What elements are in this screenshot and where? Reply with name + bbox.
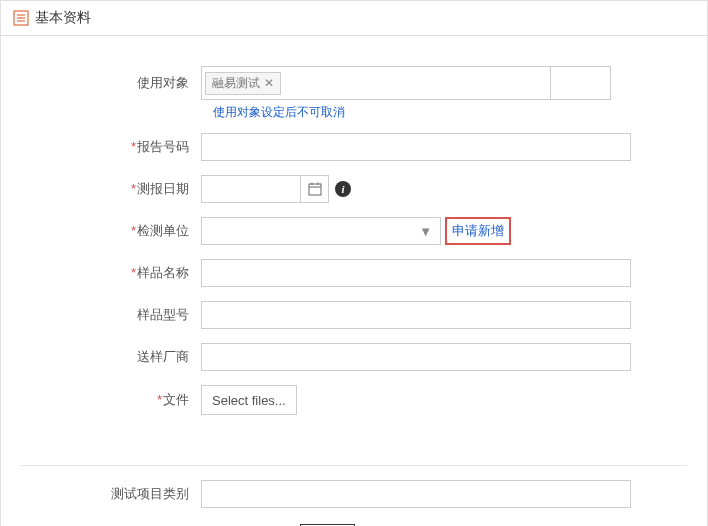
info-icon[interactable]: i [335, 181, 351, 197]
vendor-label: 送样厂商 [21, 348, 201, 366]
report-no-input[interactable] [201, 133, 631, 161]
divider [21, 465, 687, 466]
sample-model-input[interactable] [201, 301, 631, 329]
apply-new-highlight: 申请新增 [445, 217, 511, 245]
usage-target-extra[interactable] [551, 66, 611, 100]
test-category-input[interactable] [201, 480, 631, 508]
report-no-label: 报告号码 [137, 139, 189, 154]
sample-name-label: 样品名称 [137, 265, 189, 280]
chevron-down-icon: ▼ [419, 224, 432, 239]
report-date-label: 测报日期 [137, 181, 189, 196]
svg-rect-4 [309, 184, 321, 195]
usage-target-label: 使用对象 [21, 74, 201, 92]
section-title: 基本资料 [35, 9, 91, 27]
sample-model-label: 样品型号 [21, 306, 201, 324]
vendor-input[interactable] [201, 343, 631, 371]
usage-target-tag: 融易测试 ✕ [205, 72, 281, 95]
calendar-icon [308, 182, 322, 196]
usage-target-input[interactable]: 融易测试 ✕ [201, 66, 551, 100]
detect-unit-label: 检测单位 [137, 223, 189, 238]
list-icon [13, 10, 29, 26]
remove-tag-icon[interactable]: ✕ [264, 76, 274, 90]
section-header: 基本资料 [1, 1, 707, 36]
calendar-button[interactable] [301, 175, 329, 203]
select-files-button[interactable]: Select files... [201, 385, 297, 415]
usage-target-hint: 使用对象设定后不可取消 [213, 105, 345, 119]
sample-name-input[interactable] [201, 259, 631, 287]
test-category-label: 测试项目类别 [21, 485, 201, 503]
report-date-input[interactable] [201, 175, 301, 203]
apply-new-link[interactable]: 申请新增 [452, 223, 504, 238]
detect-unit-dropdown[interactable]: ▼ [201, 217, 441, 245]
usage-target-tag-text: 融易测试 [212, 75, 260, 92]
file-label: 文件 [163, 392, 189, 407]
